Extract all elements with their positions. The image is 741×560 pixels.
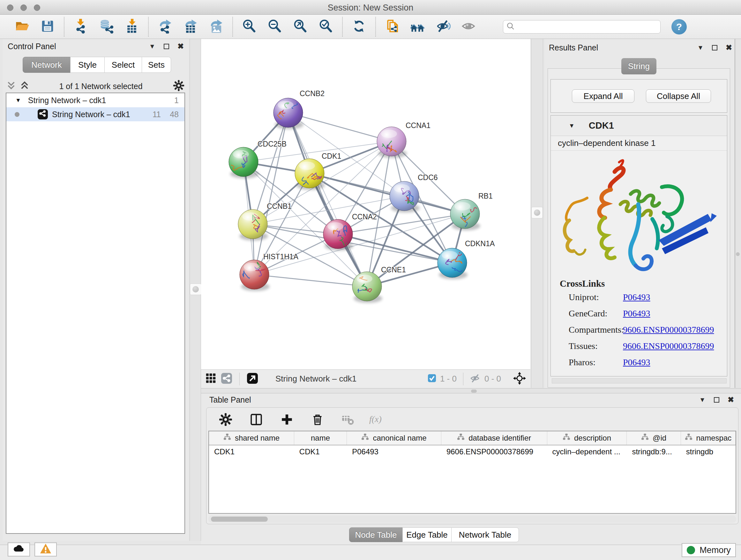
gene-header[interactable]: ▼ CDK1 [551,116,727,136]
tab-network[interactable]: Network [23,57,71,73]
save-session-button[interactable] [37,17,58,37]
right-splitter[interactable] [531,39,543,388]
left-splitter-handle[interactable] [190,284,201,295]
birdseye-navigator-icon[interactable] [513,372,526,386]
gene-expander-icon[interactable]: ▼ [569,122,575,129]
network-edge-CDK1-RB1[interactable] [310,173,465,214]
network-row[interactable]: String Network – cdk1 11 48 [6,107,185,121]
tab-network-table[interactable]: Network Table [451,527,519,542]
add-column-button[interactable] [279,412,295,428]
left-splitter[interactable] [190,39,201,541]
crosslink-link[interactable]: P06493 [623,308,650,319]
column-header--id[interactable]: @id [627,431,681,445]
zoom-fit-button[interactable] [290,17,311,37]
column-label: namespac [696,434,732,442]
table-settings-button[interactable] [217,412,234,428]
open-in-window-icon[interactable] [247,373,258,385]
network-node-CDK1[interactable]: CDK1 [295,152,341,190]
memory-button[interactable]: Memory [682,543,736,557]
crosslink-link[interactable]: P06493 [623,357,650,368]
warnings-button[interactable] [35,543,57,557]
collapse-all-networks-icon[interactable] [7,81,15,91]
collapse-all-button[interactable]: Collapse All [646,89,711,103]
network-edge-CCNB2-CCNE1[interactable] [288,113,367,287]
delete-column-button[interactable] [309,412,326,428]
import-network-button[interactable] [70,17,91,37]
column-header-namespac[interactable]: namespac [681,431,736,445]
tab-select[interactable]: Select [105,57,142,73]
panel-menu-icon[interactable]: ▼ [697,44,704,51]
column-header-database-identifier[interactable]: database identifier [441,431,547,445]
zoom-out-button[interactable] [264,17,285,37]
network-node-CCNA1[interactable]: CCNA1 [377,121,430,158]
zoom-selected-button[interactable] [315,17,336,37]
panel-close-icon[interactable]: ✖ [728,395,734,404]
crosslink-link[interactable]: P06493 [623,292,650,302]
export-network-button[interactable] [154,17,176,37]
duplicate-network-button[interactable] [382,17,403,37]
network-edge-CCNB2-HIST1H1A[interactable] [254,113,288,274]
export-table-button[interactable] [180,17,201,37]
network-node-CDKN1A[interactable]: CDKN1A [437,240,495,279]
tab-string[interactable]: String [621,58,657,74]
panel-float-icon[interactable] [164,44,169,49]
tab-edge-table[interactable]: Edge Table [402,527,452,542]
tab-sets[interactable]: Sets [142,57,171,73]
panel-float-icon[interactable] [712,45,718,51]
string-badge-icon[interactable] [221,373,232,385]
selected-checkbox-icon[interactable] [428,374,436,384]
right-splitter-handle[interactable] [531,207,543,219]
show-all-button[interactable] [458,17,479,37]
expand-all-button[interactable]: Expand All [572,89,634,103]
export-image-button[interactable] [205,17,226,37]
tab-node-table[interactable]: Node Table [349,527,403,542]
hide-selected-button[interactable] [433,17,454,37]
network-node-RB1[interactable]: RB1 [450,192,493,231]
column-header-canonical-name[interactable]: canonical name [347,431,441,445]
panel-float-icon[interactable] [714,397,719,402]
network-options-gear-icon[interactable] [173,80,185,92]
network-edge-CCNB2-CCNA1[interactable] [288,113,392,141]
tab-style[interactable]: Style [70,57,105,73]
column-header-shared-name[interactable]: shared name [209,431,294,445]
window-title: Session: New Session [0,3,741,13]
table-row[interactable]: CDK1CDK1P064939606.ENSP00000378699cyclin… [209,445,736,458]
expand-all-networks-icon[interactable] [20,81,29,91]
network-node-CDC6[interactable]: CDC6 [390,173,438,212]
panel-menu-icon[interactable]: ▼ [699,396,705,403]
show-columns-button[interactable] [248,412,265,428]
network-node-CCNB2[interactable]: CCNB2 [273,89,325,129]
network-collection-row[interactable]: ▼ String Network – cdk1 1 [6,93,185,107]
horizontal-splitter-handle[interactable] [471,389,477,393]
scrollbar-thumb[interactable] [211,516,268,522]
cloud-status-button[interactable] [8,543,30,557]
network-graph[interactable]: CCNB2CCNA1CDC25BCDK1CDC6RB1CCNB1CCNA2CDK… [201,39,530,369]
import-database-button[interactable] [96,17,117,37]
results-scrollbar[interactable] [552,378,727,383]
collection-expander-icon[interactable]: ▼ [15,97,21,104]
search-input[interactable] [517,22,657,32]
panel-menu-icon[interactable]: ▼ [149,43,155,50]
horizontal-splitter[interactable] [201,388,741,393]
crosslink-link[interactable]: 9606.ENSP00000378699 [623,341,714,351]
edge-splitter-handle[interactable] [736,252,740,256]
help-button[interactable]: ? [671,19,687,35]
open-session-button[interactable] [11,17,32,37]
network-edge-HIST1H1A-CCNE1[interactable] [254,274,367,287]
network-node-CDC25B[interactable]: CDC25B [229,140,286,179]
crosslink-link[interactable]: 9606.ENSP00000378699 [623,325,714,335]
window-edge-splitter[interactable] [735,39,740,388]
column-header-description[interactable]: description [547,431,627,445]
grid-view-icon[interactable] [205,373,216,385]
network-canvas[interactable]: CCNB2CCNA1CDC25BCDK1CDC6RB1CCNB1CCNA2CDK… [201,39,530,388]
import-table-button[interactable] [121,17,142,37]
network-node-HIST1H1A[interactable]: HIST1H1A [240,253,299,291]
panel-close-icon[interactable]: ✖ [726,43,732,52]
network-overview-button[interactable] [407,17,428,37]
hidden-eye-icon[interactable] [470,373,481,385]
zoom-in-button[interactable] [239,17,260,37]
column-header-name[interactable]: name [294,431,347,445]
panel-close-icon[interactable]: ✖ [178,42,184,51]
table-horizontal-scrollbar[interactable] [208,516,736,523]
refresh-button[interactable] [348,17,369,37]
